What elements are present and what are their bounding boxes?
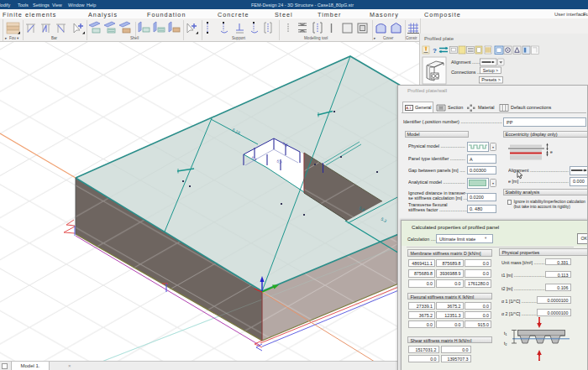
svg-text:t1: t1 [504,331,507,336]
svg-text:▸: ▸ [5,36,8,40]
svg-text:Constr: Constr [406,36,417,40]
svg-text:Setup >: Setup > [483,68,498,73]
svg-text:?: ? [433,47,437,55]
svg-text:Alignment ......: Alignment ...... [451,60,480,65]
svg-text:Bar: Bar [51,36,58,40]
svg-text:▸: ▸ [374,36,376,40]
svg-text:Support: Support [232,36,246,40]
svg-text:Fou: Fou [9,36,16,40]
svg-text:Shell: Shell [130,36,139,40]
svg-text:Presets >: Presets > [481,77,501,82]
svg-text:Cover: Cover [383,36,394,40]
svg-text:▾: ▾ [17,36,19,40]
svg-text:e: e [550,149,553,154]
svg-text:t2: t2 [504,341,507,347]
svg-text:Connections ...: Connections ... [451,70,480,75]
svg-text:Modelling tool: Modelling tool [304,36,328,40]
